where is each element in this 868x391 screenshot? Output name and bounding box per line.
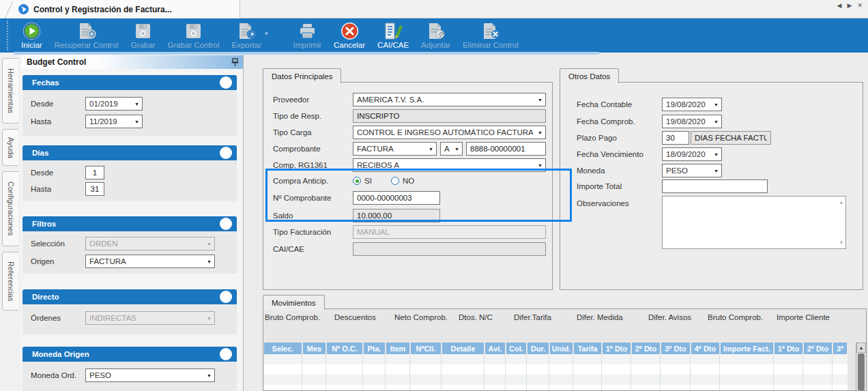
column-header[interactable]: 1º Dto <box>775 343 802 354</box>
fecha-comprob-combo[interactable]: 19/08/2020 <box>662 115 722 128</box>
fechas-header[interactable]: Fechas <box>23 75 237 90</box>
summary-difer-avisos: Difer. Avisos <box>648 313 691 321</box>
tab-edge <box>1 1 16 18</box>
toolbar-label: CAI/CAE <box>377 41 409 49</box>
dia-hasta-input[interactable] <box>85 182 104 196</box>
tipo-resp-label: Tipo de Resp. <box>273 112 321 120</box>
fecha-contable-combo[interactable]: 19/08/2020 <box>662 98 722 111</box>
dia-desde-input[interactable] <box>85 166 104 179</box>
nro-comprobante-input[interactable] <box>353 191 440 205</box>
tipo-carga-combo[interactable]: CONTROL E INGRESO AUTOMÁTICO FACTURAS DE… <box>353 126 546 139</box>
column-header[interactable]: Selec. <box>264 343 302 354</box>
filtros-panel: Filtros Selección ORDEN Origen FACTURA <box>23 216 237 274</box>
exportar-dropdown-icon[interactable]: ▾ <box>265 30 268 37</box>
column-header[interactable]: NºCli. <box>411 343 441 354</box>
datos-principales-group: Datos Principales Proveedor AMERICA T.V.… <box>263 68 553 290</box>
moneda-ord-combo[interactable]: PESO <box>85 368 215 382</box>
fecha-vencimiento-combo[interactable]: 18/09/2020 <box>662 147 722 161</box>
summary-difer-tarifa: Difer.Tarifa <box>514 313 551 321</box>
toolbar-label: Cancelar <box>334 41 365 49</box>
moneda-origen-panel: Moneda Origen Moneda Ord. PESO <box>23 347 237 391</box>
origen-combo[interactable]: FACTURA <box>85 255 215 268</box>
column-header[interactable]: Nº O.C. <box>327 343 362 354</box>
moneda-combo[interactable]: PESO <box>662 164 722 177</box>
cai-cae-button[interactable]: CAI/CAE <box>371 20 415 49</box>
observaciones-textarea[interactable]: ▲ ▼ <box>662 196 846 249</box>
fecha-comprob-label: Fecha Comprob. <box>577 117 635 126</box>
toolbar-grip[interactable] <box>7 20 11 50</box>
cai-cae-label: CAI/CAE <box>273 245 304 253</box>
importe-total-input[interactable] <box>662 179 768 193</box>
column-header[interactable]: Item <box>386 343 409 354</box>
cai-cae-field[interactable] <box>353 242 546 256</box>
fecha-contable-label: Fecha Contable <box>577 100 632 108</box>
comprobante-letra-combo[interactable]: A <box>440 142 463 156</box>
directo-header[interactable]: Directo <box>23 289 237 304</box>
column-header[interactable]: Avi. <box>485 343 505 354</box>
comp-rg1361-combo[interactable]: RECIBOS A <box>353 158 546 172</box>
close-icon[interactable]: ✕ <box>857 2 863 9</box>
scroll-up-icon[interactable]: ▲ <box>839 199 844 205</box>
sidebar-tab-referencias[interactable]: Referencias <box>2 252 18 310</box>
comprobante-tipo-combo[interactable]: FACTURA <box>353 142 437 156</box>
column-header[interactable]: 1º Dto <box>603 343 631 354</box>
column-header[interactable]: Tarifa <box>574 343 601 354</box>
column-header[interactable]: Unid. <box>550 343 573 354</box>
budget-control-caption: Budget Control <box>21 55 243 69</box>
movimientos-group: Movimientos Bruto Comprob. Descuentos Ne… <box>263 295 867 391</box>
cancelar-button[interactable]: Cancelar <box>328 20 371 49</box>
window-title: Control y Registración de Factura... <box>33 5 172 14</box>
budget-control-panel: Budget Control Fechas Desde 01/2019 Hast… <box>20 55 244 391</box>
filtros-header[interactable]: Filtros <box>23 216 237 231</box>
imprimir-button: Imprimir <box>287 20 328 49</box>
sidebar-tab-configuraciones[interactable]: Configuraciones <box>2 171 18 246</box>
iniciar-button[interactable]: Iniciar <box>15 20 48 49</box>
origen-label: Origen <box>31 257 85 265</box>
fecha-hasta-combo[interactable]: 11/2019 <box>85 115 143 128</box>
radio-no[interactable]: NO <box>391 177 414 185</box>
radio-si[interactable]: SI <box>353 177 372 185</box>
proveedor-combo[interactable]: AMERICA T.V. S.A. <box>353 93 546 106</box>
dias-header[interactable]: Días <box>23 145 237 160</box>
table-scrollbar[interactable]: ▲ <box>856 343 866 390</box>
cancel-icon <box>341 22 359 40</box>
tab-otros-datos[interactable]: Otros Datos <box>560 68 619 83</box>
column-header[interactable]: 2º Dto <box>632 343 660 354</box>
tab-datos-principales[interactable]: Datos Principales <box>263 68 341 83</box>
save-icon <box>134 22 152 40</box>
column-header[interactable]: Col. <box>506 343 526 354</box>
fecha-desde-combo[interactable]: 01/2019 <box>85 97 143 111</box>
sidebar-tab-herramientas[interactable]: Herramientas <box>2 58 18 124</box>
scroll-down-icon[interactable]: ▼ <box>839 240 844 246</box>
column-header[interactable]: Pta. <box>364 343 385 354</box>
column-header[interactable]: Mes <box>303 343 326 354</box>
column-header[interactable]: 3º Dto <box>661 343 690 354</box>
scrollbar-thumb[interactable] <box>858 353 865 390</box>
comprobante-numero-input[interactable] <box>466 142 546 156</box>
plazo-pago-input[interactable] <box>662 131 689 145</box>
column-header[interactable]: Detalle <box>442 343 484 354</box>
recuperar-control-button: Recuperar Control <box>48 20 125 49</box>
doc-recover-icon <box>76 22 97 40</box>
toolbar-label: Grabar <box>131 41 156 49</box>
column-header[interactable]: 3º <box>833 343 847 354</box>
sidebar-tab-ayuda[interactable]: Ayuda <box>2 129 18 166</box>
hasta-label: Hasta <box>31 185 85 193</box>
column-header[interactable]: Importe Fact. <box>721 343 773 354</box>
doc-edit-icon <box>383 22 403 40</box>
nav-back-icon[interactable]: ◀ <box>837 2 842 9</box>
ordenes-combo: INDIRECTAS <box>85 311 215 325</box>
plazo-pago-label: Plazo Pago <box>577 134 617 142</box>
pin-icon[interactable] <box>231 58 239 67</box>
document-tab[interactable]: Control y Registración de Factura... <box>0 0 240 18</box>
column-header[interactable]: Dur. <box>527 343 549 354</box>
nav-forward-icon[interactable]: ▶ <box>848 2 852 9</box>
column-header[interactable]: 4º Dto <box>691 343 719 354</box>
scroll-up-icon[interactable]: ▲ <box>856 343 866 353</box>
grabar-button: Grabar <box>125 20 162 49</box>
tab-movimientos[interactable]: Movimientos <box>263 295 325 310</box>
column-header[interactable]: 2º Dto <box>804 343 832 354</box>
otros-datos-group: Otros Datos Fecha Contable 19/08/2020 Fe… <box>560 68 863 290</box>
importe-total-label: Importe Total <box>577 182 622 190</box>
moneda-origen-header[interactable]: Moneda Origen <box>23 347 237 362</box>
